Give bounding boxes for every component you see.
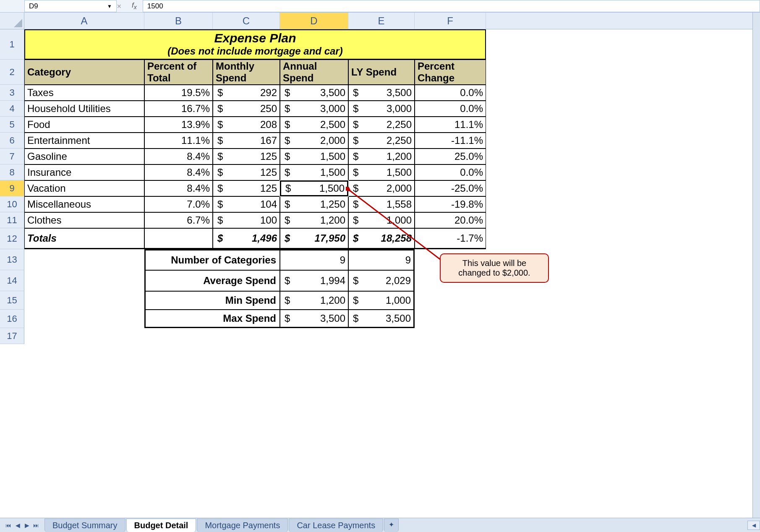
fx-icon[interactable]: fx [132, 1, 137, 10]
totals-f[interactable]: -1.7% [415, 228, 486, 249]
cell-change[interactable]: -25.0% [415, 180, 486, 196]
column-header-D[interactable]: D [280, 13, 348, 29]
row-header-12[interactable]: 12 [0, 228, 24, 249]
column-header-A[interactable]: A [24, 13, 144, 29]
row-header-6[interactable]: 6 [0, 133, 24, 149]
cell-C[interactable]: $125 [213, 149, 280, 164]
cell-category[interactable]: Taxes [24, 85, 144, 101]
cell-D[interactable]: $1,500 [280, 149, 348, 164]
stats-label-13[interactable]: Number of Categories [144, 249, 280, 270]
cell-E[interactable]: $2,000 [348, 180, 415, 196]
stats-d-14[interactable]: $1,994 [280, 270, 348, 291]
cell-percent[interactable]: 7.0% [144, 196, 213, 212]
totals-d[interactable]: $17,950 [280, 228, 348, 249]
cell-C[interactable]: $167 [213, 133, 280, 149]
column-header-B[interactable]: B [144, 13, 213, 29]
stats-d-13[interactable]: 9 [280, 249, 348, 270]
cell-C[interactable]: $100 [213, 212, 280, 228]
cell-category[interactable]: Household Utilities [24, 101, 144, 117]
row-header-9[interactable]: 9 [0, 180, 24, 196]
cell-change[interactable]: 0.0% [415, 164, 486, 180]
column-header-E[interactable]: E [348, 13, 415, 29]
cell-category[interactable]: Clothes [24, 212, 144, 228]
cell-percent[interactable]: 8.4% [144, 164, 213, 180]
cell-E[interactable]: $2,250 [348, 133, 415, 149]
cell-C[interactable]: $292 [213, 85, 280, 101]
totals-b[interactable] [144, 228, 213, 249]
vertical-scrollbar[interactable] [752, 13, 760, 344]
row-header-5[interactable]: 5 [0, 117, 24, 133]
cell-E[interactable]: $1,200 [348, 149, 415, 164]
column-header-C[interactable]: C [213, 13, 280, 29]
cell-C[interactable]: $125 [213, 164, 280, 180]
cell-D[interactable]: $1,200 [280, 212, 348, 228]
row-header-13[interactable]: 13 [0, 249, 24, 270]
cell-E[interactable]: $1,500 [348, 164, 415, 180]
cell-percent[interactable]: 8.4% [144, 149, 213, 164]
cell-D[interactable]: $1,500 [280, 180, 348, 196]
stats-e-15[interactable]: $1,000 [348, 291, 415, 310]
stats-label-15[interactable]: Min Spend [144, 291, 280, 310]
formula-cancel-icon[interactable]: ✕ [117, 3, 122, 10]
name-box[interactable]: D9 ▼ [24, 0, 117, 12]
row-header-2[interactable]: 2 [0, 60, 24, 85]
row-header-17[interactable]: 17 [0, 328, 24, 344]
stats-label-16[interactable]: Max Spend [144, 310, 280, 328]
cell-percent[interactable]: 6.7% [144, 212, 213, 228]
totals-c[interactable]: $1,496 [213, 228, 280, 249]
row-header-8[interactable]: 8 [0, 164, 24, 180]
cell-D[interactable]: $2,500 [280, 117, 348, 133]
column-header-F[interactable]: F [415, 13, 486, 29]
stats-e-16[interactable]: $3,500 [348, 310, 415, 328]
cell-E[interactable]: $1,000 [348, 212, 415, 228]
totals-e[interactable]: $18,258 [348, 228, 415, 249]
cell-percent[interactable]: 13.9% [144, 117, 213, 133]
cell-change[interactable]: 11.1% [415, 117, 486, 133]
cell-change[interactable]: 0.0% [415, 85, 486, 101]
cell-E[interactable]: $3,000 [348, 101, 415, 117]
stats-e-14[interactable]: $2,029 [348, 270, 415, 291]
stats-d-16[interactable]: $3,500 [280, 310, 348, 328]
row-header-3[interactable]: 3 [0, 85, 24, 101]
cell-percent[interactable]: 11.1% [144, 133, 213, 149]
cell-E[interactable]: $2,250 [348, 117, 415, 133]
row-header-16[interactable]: 16 [0, 310, 24, 328]
cell-percent[interactable]: 8.4% [144, 180, 213, 196]
cell-C[interactable]: $250 [213, 101, 280, 117]
stats-e-13[interactable]: 9 [348, 249, 415, 270]
select-all-corner[interactable] [0, 13, 24, 29]
cell-category[interactable]: Food [24, 117, 144, 133]
totals-label[interactable]: Totals [24, 228, 144, 249]
row-header-14[interactable]: 14 [0, 270, 24, 291]
name-box-dropdown-icon[interactable]: ▼ [107, 3, 112, 9]
cell-C[interactable]: $208 [213, 117, 280, 133]
row-header-11[interactable]: 11 [0, 212, 24, 228]
cell-category[interactable]: Insurance [24, 164, 144, 180]
row-header-1[interactable]: 1 [0, 29, 24, 60]
cell-D[interactable]: $3,000 [280, 101, 348, 117]
cell-percent[interactable]: 19.5% [144, 85, 213, 101]
cell-change[interactable]: 0.0% [415, 101, 486, 117]
cell-change[interactable]: -19.8% [415, 196, 486, 212]
cell-C[interactable]: $125 [213, 180, 280, 196]
cell-D[interactable]: $2,000 [280, 133, 348, 149]
row-header-4[interactable]: 4 [0, 101, 24, 117]
cell-E[interactable]: $3,500 [348, 85, 415, 101]
cell-category[interactable]: Gasoline [24, 149, 144, 164]
cell-category[interactable]: Miscellaneous [24, 196, 144, 212]
formula-input[interactable]: 1500 [143, 0, 760, 12]
cell-change[interactable]: 25.0% [415, 149, 486, 164]
cell-D[interactable]: $1,250 [280, 196, 348, 212]
cell-D[interactable]: $3,500 [280, 85, 348, 101]
cell-percent[interactable]: 16.7% [144, 101, 213, 117]
row-header-7[interactable]: 7 [0, 149, 24, 164]
cell-D[interactable]: $1,500 [280, 164, 348, 180]
cell-change[interactable]: -11.1% [415, 133, 486, 149]
cell-category[interactable]: Entertainment [24, 133, 144, 149]
cell-E[interactable]: $1,558 [348, 196, 415, 212]
cell-C[interactable]: $104 [213, 196, 280, 212]
stats-label-14[interactable]: Average Spend [144, 270, 280, 291]
row-header-15[interactable]: 15 [0, 291, 24, 310]
cell-change[interactable]: 20.0% [415, 212, 486, 228]
stats-d-15[interactable]: $1,200 [280, 291, 348, 310]
